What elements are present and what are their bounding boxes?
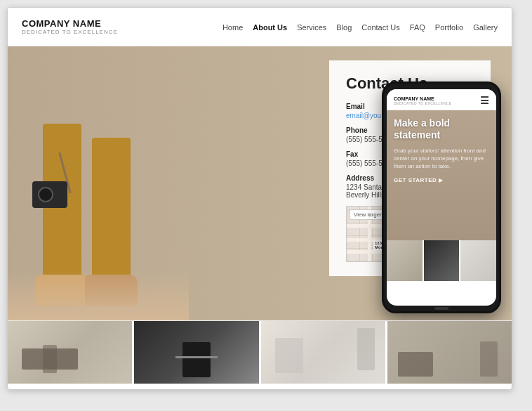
leg-right <box>92 138 131 278</box>
camera-lens <box>38 187 53 202</box>
mobile-tagline: DEDICATED TO EXCELLENCE <box>394 101 452 105</box>
mobile-thumb-1 <box>387 240 424 281</box>
thumbnail-3 <box>261 321 387 384</box>
mobile-home-button[interactable] <box>434 307 448 310</box>
chair-decoration <box>43 345 57 373</box>
sand-background <box>8 271 189 320</box>
thumbnail-4 <box>387 321 512 384</box>
nav-item-services[interactable]: Services <box>297 20 326 33</box>
hero-background <box>8 46 310 320</box>
nav-list: Home About Us Services Blog Contact Us F… <box>222 20 498 33</box>
company-tagline: DEDICATED TO EXCELLENCE <box>22 29 118 35</box>
nav-link-home[interactable]: Home <box>222 23 243 32</box>
nav-item-blog[interactable]: Blog <box>336 20 352 33</box>
nav-item-gallery[interactable]: Gallery <box>473 20 498 33</box>
nav-link-gallery[interactable]: Gallery <box>473 23 498 32</box>
company-name: COMPANY NAME <box>22 18 118 29</box>
nav-item-home[interactable]: Home <box>222 20 243 33</box>
browser-frame: COMPANY NAME DEDICATED TO EXCELLENCE Hom… <box>7 7 512 390</box>
site-header: COMPANY NAME DEDICATED TO EXCELLENCE Hom… <box>8 8 512 46</box>
mobile-thumb-2 <box>424 240 461 281</box>
thumbnail-1 <box>8 321 134 384</box>
mobile-device: COMPANY NAME DEDICATED TO EXCELLENCE ☰ M… <box>382 81 501 313</box>
mobile-header: COMPANY NAME DEDICATED TO EXCELLENCE ☰ <box>387 89 496 110</box>
nav-link-faq[interactable]: FAQ <box>410 23 425 32</box>
thumbnail-2 <box>134 321 260 384</box>
mobile-hero-content: Make a bold statement Grab your visitors… <box>394 117 489 183</box>
nav-item-portfolio[interactable]: Portfolio <box>435 20 463 33</box>
nav-item-faq[interactable]: FAQ <box>410 20 425 33</box>
mobile-hero-subtitle: Grab your visitors' attention front and … <box>394 147 489 171</box>
hero-section: Contact Us Email email@yourbusiness.com … <box>8 46 512 320</box>
nav-item-about[interactable]: About Us <box>253 20 287 33</box>
nav-link-services[interactable]: Services <box>297 23 326 32</box>
nav-link-portfolio[interactable]: Portfolio <box>435 23 463 32</box>
mobile-company-name: COMPANY NAME <box>394 96 452 101</box>
mobile-cta-button[interactable]: GET STARTED <box>394 177 437 183</box>
mobile-screen: COMPANY NAME DEDICATED TO EXCELLENCE ☰ M… <box>387 89 496 306</box>
mobile-hero: Make a bold statement Grab your visitors… <box>387 110 496 240</box>
nav-item-contact[interactable]: Contact Us <box>361 20 399 33</box>
hamburger-menu-icon[interactable]: ☰ <box>480 95 489 106</box>
mobile-cta-arrow: ▶ <box>439 177 443 183</box>
mobile-hero-title: Make a bold statement <box>394 117 489 141</box>
mobile-thumbnails <box>387 240 496 281</box>
mobile-thumb-3 <box>460 240 496 281</box>
logo-area: COMPANY NAME DEDICATED TO EXCELLENCE <box>22 18 118 35</box>
thumbnails-row <box>8 320 512 384</box>
camera <box>32 181 67 208</box>
main-nav: Home About Us Services Blog Contact Us F… <box>222 20 498 33</box>
nav-link-contact[interactable]: Contact Us <box>361 23 399 32</box>
nav-link-about[interactable]: About Us <box>253 23 287 32</box>
nav-link-blog[interactable]: Blog <box>336 23 352 32</box>
mobile-logo-area: COMPANY NAME DEDICATED TO EXCELLENCE <box>394 96 452 105</box>
